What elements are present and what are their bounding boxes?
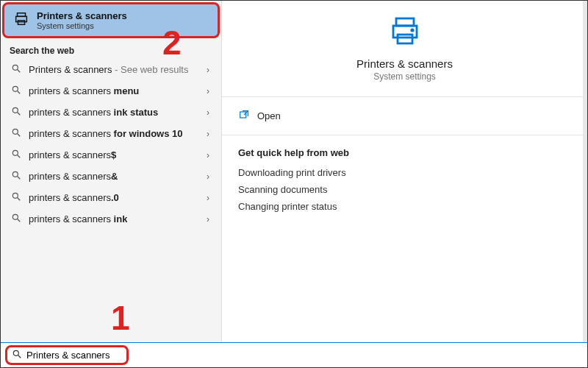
svg-line-12 xyxy=(18,155,21,158)
suggestion-text: Printers & scanners - See web results xyxy=(29,64,188,75)
search-icon xyxy=(11,191,21,204)
suggestion-text: printers & scanners ink xyxy=(29,213,127,224)
svg-point-7 xyxy=(12,107,18,113)
svg-point-15 xyxy=(12,193,18,198)
preview-subtitle: System settings xyxy=(373,71,436,82)
svg-point-13 xyxy=(12,171,18,177)
best-match-title: Printers & scanners xyxy=(37,10,127,21)
suggestion-list: Printers & scanners - See web results›pr… xyxy=(1,59,221,230)
search-icon xyxy=(11,63,21,76)
best-match-text: Printers & scanners System settings xyxy=(37,10,127,30)
suggestion-item[interactable]: printers & scanners for windows 10› xyxy=(1,123,221,144)
best-match-result[interactable]: Printers & scanners System settings xyxy=(2,2,220,38)
preview-header: Printers & scanners System settings xyxy=(222,1,587,92)
svg-point-22 xyxy=(411,29,412,31)
quick-help-link[interactable]: Scanning documents xyxy=(238,181,571,198)
svg-rect-23 xyxy=(240,112,246,118)
chevron-right-icon: › xyxy=(207,107,214,118)
svg-point-5 xyxy=(12,86,18,91)
search-box[interactable] xyxy=(5,345,129,365)
suggestion-text: printers & scanners menu xyxy=(29,85,139,96)
search-icon xyxy=(11,213,21,225)
svg-line-8 xyxy=(18,113,21,116)
svg-line-14 xyxy=(18,177,21,180)
svg-line-6 xyxy=(18,91,21,94)
chevron-right-icon: › xyxy=(207,171,214,182)
search-icon xyxy=(11,106,21,118)
results-panel: Printers & scanners System settings Sear… xyxy=(1,1,221,342)
suggestion-item[interactable]: printers & scanners.0› xyxy=(1,187,221,208)
svg-point-17 xyxy=(12,214,18,219)
search-icon xyxy=(11,85,21,97)
chevron-right-icon: › xyxy=(207,214,214,224)
chevron-right-icon: › xyxy=(207,65,214,75)
chevron-right-icon: › xyxy=(207,86,214,96)
printer-icon xyxy=(387,14,423,52)
preview-title: Printers & scanners xyxy=(356,57,453,70)
quick-help-block: Get quick help from web Downloading prin… xyxy=(222,140,587,222)
search-icon xyxy=(11,127,21,140)
taskbar-search-bar xyxy=(1,342,587,367)
quick-help-link[interactable]: Downloading print drivers xyxy=(238,164,571,181)
svg-point-24 xyxy=(13,350,18,355)
suggestion-text: printers & scanners.0 xyxy=(29,192,119,203)
divider xyxy=(222,96,587,97)
suggestion-item[interactable]: printers & scanners ink status› xyxy=(1,102,221,123)
svg-rect-2 xyxy=(18,21,24,25)
suggestion-item[interactable]: printers & scanners&› xyxy=(1,166,221,187)
suggestion-item[interactable]: printers & scanners$› xyxy=(1,144,221,166)
suggestion-text: printers & scanners for windows 10 xyxy=(29,128,183,139)
quick-help-title: Get quick help from web xyxy=(238,147,571,158)
svg-line-18 xyxy=(18,219,21,222)
suggestion-text: printers & scanners$ xyxy=(29,149,116,160)
open-action[interactable]: Open xyxy=(222,102,587,130)
chevron-right-icon: › xyxy=(207,193,214,203)
svg-line-16 xyxy=(18,198,21,201)
suggestion-item[interactable]: printers & scanners ink› xyxy=(1,208,221,230)
svg-point-3 xyxy=(12,65,18,70)
printer-icon xyxy=(13,11,29,29)
search-icon xyxy=(12,349,22,361)
chevron-right-icon: › xyxy=(207,150,214,160)
svg-point-11 xyxy=(12,150,18,155)
search-input[interactable] xyxy=(26,350,122,361)
svg-line-4 xyxy=(18,70,21,73)
open-icon xyxy=(238,109,250,123)
open-label: Open xyxy=(257,110,281,121)
divider xyxy=(222,135,587,135)
preview-panel: Printers & scanners System settings Open… xyxy=(221,1,587,342)
svg-rect-19 xyxy=(396,18,414,26)
svg-rect-21 xyxy=(398,35,412,43)
search-icon xyxy=(11,170,21,183)
search-icon xyxy=(11,149,21,161)
scrollbar[interactable] xyxy=(583,1,587,342)
web-results-header: Search the web xyxy=(1,38,221,59)
svg-line-10 xyxy=(18,134,21,137)
chevron-right-icon: › xyxy=(207,129,214,139)
best-match-subtitle: System settings xyxy=(37,21,127,30)
svg-point-9 xyxy=(12,129,18,134)
suggestion-text: printers & scanners& xyxy=(29,171,118,182)
suggestion-item[interactable]: printers & scanners menu› xyxy=(1,80,221,102)
suggestion-item[interactable]: Printers & scanners - See web results› xyxy=(1,59,221,80)
quick-help-link[interactable]: Changing printer status xyxy=(238,198,571,215)
search-flyout: Printers & scanners System settings Sear… xyxy=(1,1,587,342)
svg-line-25 xyxy=(18,355,21,358)
suggestion-text: printers & scanners ink status xyxy=(29,107,158,118)
